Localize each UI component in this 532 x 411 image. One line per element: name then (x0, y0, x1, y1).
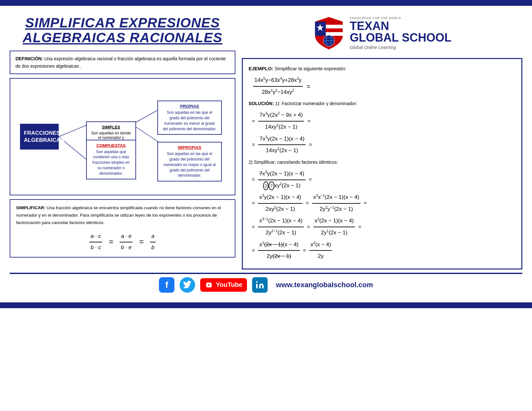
step1a-frac: 7x3y(2x2 − 9x + 4) 14xy2(2x − 1) (258, 110, 304, 132)
main-container: SIMPLIFICAR EXPRESIONES ALGEBRAICAS RACI… (0, 6, 532, 302)
step2d-frac1: x2(2x − 1)(x − 4) 2y(2x − 1) (258, 240, 300, 261)
website-url: www.texanglobalschool.com (276, 281, 373, 289)
step1b: = 7x3y(2x − 1)(x − 4) 14xy2(2x − 1) = (252, 134, 516, 156)
footer-bar: f YouTube www.texanglobalschool.com (10, 273, 522, 296)
logo-subtitle: Global Online Learning (350, 45, 451, 50)
step2c: = x3−1(2x − 1)(x − 4) 2y2−1(2x − 1) = x2… (252, 216, 516, 238)
step2c-frac2: x2(2x − 1)(x − 4) 2y1(2x − 1) (313, 216, 355, 238)
facebook-icon[interactable]: f (159, 277, 174, 293)
main-title: SIMPLIFICAR EXPRESIONES ALGEBRAICAS RACI… (10, 15, 235, 45)
impropias-title: IMPROPIAS (163, 145, 217, 150)
step2c-frac1: x3−1(2x − 1)(x − 4) 2y2−1(2x − 1) (258, 216, 304, 238)
impropias-box: IMPROPIAS Son aquellas en las que el gra… (157, 142, 222, 181)
fraction-a-strike: a · c b · c (120, 232, 133, 252)
formula-display: a · c b · c = a · c b · c = a b (16, 232, 229, 252)
step2d: = x2(2x − 1)(x − 4) 2y(2x − 1) = x2(x − … (252, 240, 516, 261)
step2d-frac2: x2(x − 4) 2y (309, 240, 332, 261)
formula-strikethrough: a · c b · c (118, 232, 134, 252)
diagram-box: FRACCIONES ALGEBRAICAS SIMPLES Son aquel… (10, 78, 235, 195)
propias-box: PROPIAS Son aquellas en las que el grado… (157, 101, 222, 135)
step2b: = x3y(2x − 1)(x − 4) 2xy2(2x − 1) = x3x−… (252, 192, 516, 214)
linkedin-icon[interactable] (252, 277, 268, 293)
right-column: KNOWLEDGE FOR THE WORLD TEXAN GLOBAL SCH… (242, 12, 522, 269)
solucion-text: 1): Factorizar numerador y denominador: (274, 101, 357, 106)
logo-text: KNOWLEDGE FOR THE WORLD TEXAN GLOBAL SCH… (350, 16, 451, 50)
step2a: = 7x3y(2x − 1)(x − 4) 27xy2(2x − 1) = (252, 169, 516, 191)
left-column: SIMPLIFICAR EXPRESIONES ALGEBRAICAS RACI… (10, 12, 235, 269)
fracciones-label: FRACCIONES ALGEBRAICAS (20, 124, 59, 150)
fraction-final: a b (150, 232, 155, 252)
bottom-bar (0, 302, 532, 308)
global-school-label: GLOBAL SCHOOL (350, 32, 451, 44)
propias-title: PROPIAS (163, 104, 217, 109)
twitter-icon[interactable] (180, 277, 195, 293)
youtube-icon[interactable]: YouTube (200, 278, 247, 292)
youtube-label: YouTube (216, 281, 242, 289)
definition-box: DEFINICIÓN: Una expresión algebraica rac… (10, 51, 235, 74)
example-description: Simplificar la siguiente expresión: (273, 66, 347, 71)
svg-line-0 (59, 125, 86, 137)
simplificar-box: SIMPLIFICAR: Una fracción algebraica se … (10, 199, 235, 258)
example-box: EJEMPLO: Simplificar la siguiente expres… (242, 58, 522, 269)
simplificar-label: SIMPLIFICAR: (16, 205, 45, 210)
impropias-text: Son aquellas en las que el grado del pol… (163, 151, 217, 178)
compuestas-title: COMPUESTAS (91, 143, 132, 148)
expr-main: 14x5y−63x4y+28x3y 28x2y2−14xy2 (253, 75, 303, 97)
formula-ac: a · c b · c (88, 232, 103, 252)
logo-area: KNOWLEDGE FOR THE WORLD TEXAN GLOBAL SCH… (242, 12, 522, 54)
step2b-frac2: x3x−1(2x − 1)(x − 4) 2y2y−1(2x − 1) (312, 192, 361, 214)
definition-text: Una expresión algebraica racional o frac… (15, 56, 226, 68)
compuestas-text: Son aquellas que contienen una o más fra… (91, 149, 132, 176)
step2-label: 2) Simplificar; cancelando factores idén… (249, 158, 516, 166)
ejemplo-label: EJEMPLO: (249, 66, 273, 71)
svg-point-12 (256, 281, 258, 283)
propias-text: Son aquellas en las que el grado del pol… (163, 110, 217, 132)
diagram-wrapper: FRACCIONES ALGEBRAICAS SIMPLES Son aquel… (17, 85, 228, 188)
compuestas-box: COMPUESTAS Son aquellas que contienen un… (86, 140, 136, 179)
fraction-ac: a · c b · c (89, 232, 102, 252)
definition-label: DEFINICIÓN: (15, 56, 43, 61)
ejemplo-line: EJEMPLO: Simplificar la siguiente expres… (249, 64, 516, 73)
logo-shield (313, 15, 345, 51)
title-section: SIMPLIFICAR EXPRESIONES ALGEBRAICAS RACI… (10, 12, 235, 47)
main-expression: 14x5y−63x4y+28x3y 28x2y2−14xy2 = (252, 75, 516, 97)
simples-title: SIMPLES (91, 125, 132, 130)
step1a: = 7x3y(2x2 − 9x + 4) 14xy2(2x − 1) = (252, 110, 516, 132)
solucion-line: SOLUCIÓN: 1): Factorizar numerador y den… (249, 100, 516, 108)
texan-label: TEXAN (350, 20, 451, 32)
content-area: SIMPLIFICAR EXPRESIONES ALGEBRAICAS RACI… (10, 12, 522, 269)
solucion-label: SOLUCIÓN: (249, 101, 274, 106)
top-bar (0, 0, 532, 6)
step1b-frac: 7x3y(2x − 1)(x − 4) 14xy2(2x − 1) (258, 134, 306, 156)
step2b-frac1: x3y(2x − 1)(x − 4) 2xy2(2x − 1) (258, 192, 302, 214)
simplificar-text: Una fracción algebraica se encuentra sim… (16, 205, 221, 225)
step2a-frac: 7x3y(2x − 1)(x − 4) 27xy2(2x − 1) (258, 169, 305, 191)
